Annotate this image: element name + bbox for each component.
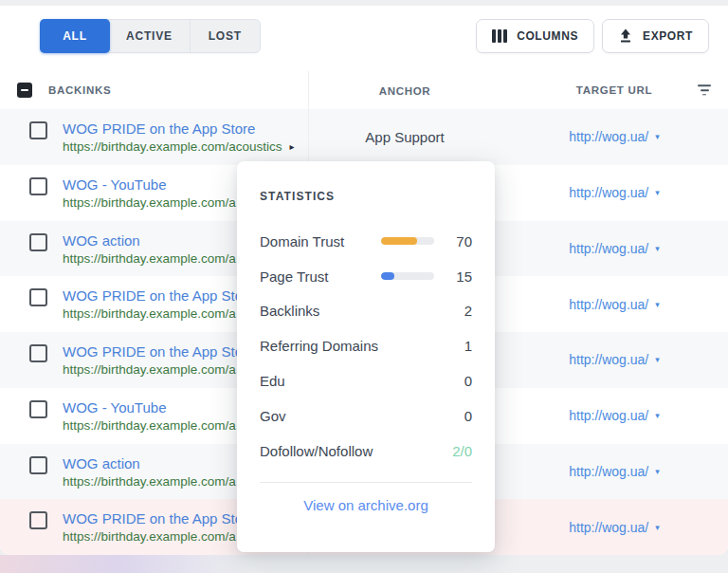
row-checkbox[interactable] [29, 121, 47, 139]
status-filter-tabs: ALLACTIVELOST [40, 19, 261, 53]
statistics-popup-title: STATISTICS [260, 190, 472, 203]
statistic-row: Dofollow/Nofollow 2/0 [260, 434, 472, 469]
backlink-url: https://birthday.example.com/acoustics ▸ [63, 138, 295, 156]
filter-icon[interactable] [698, 84, 711, 95]
row-checkbox[interactable] [29, 511, 47, 529]
backlink-url: https://birthday.example.com/a ▸ [63, 360, 255, 379]
chevron-down-icon: ▾ [655, 188, 660, 197]
statistic-value: 70 [447, 233, 472, 250]
statistic-value: 0 [447, 408, 472, 424]
chevron-down-icon: ▾ [655, 244, 660, 253]
backlink-url: https://birthday.example.com/a ▸ [63, 416, 236, 434]
backlink-text: WOG action https://birthday.example.com/… [63, 454, 236, 490]
backlink-url: https://birthday.example.com/a ▸ [63, 527, 255, 545]
anchor-column-label: ANCHOR [379, 85, 431, 97]
backlink-title-link[interactable]: WOG PRIDE on the App Store [63, 286, 255, 305]
chevron-down-icon: ▾ [655, 132, 660, 141]
target-url-link[interactable]: http://wog.ua/ ▾ [569, 464, 660, 479]
backlink-title-link[interactable]: WOG action [63, 231, 236, 250]
target-url-column-label: TARGET URL [576, 84, 652, 96]
target-url-text: http://wog.ua/ [569, 352, 648, 367]
backlink-text: WOG PRIDE on the App Store https://birth… [63, 286, 255, 323]
view-on-archive-link[interactable]: View on archive.org [260, 483, 472, 530]
statistics-list: Domain Trust 70 Page Trust 15 Backlinks … [260, 224, 472, 469]
select-all-checkbox[interactable] [17, 83, 32, 98]
backlink-url-text: https://birthday.example.com/acoustics [63, 138, 282, 156]
backlink-title-link[interactable]: WOG action [63, 454, 236, 472]
export-button[interactable]: EXPORT [602, 19, 709, 53]
backlink-text: WOG action https://birthday.example.com/… [63, 231, 236, 268]
backlink-url-text: https://birthday.example.com/a [63, 360, 236, 379]
target-url-cell: http://wog.ua/ ▾ [500, 388, 728, 444]
columns-icon [492, 29, 507, 43]
target-url-text: http://wog.ua/ [569, 464, 648, 479]
tab-lost[interactable]: LOST [190, 20, 260, 52]
target-url-link[interactable]: http://wog.ua/ ▾ [569, 129, 660, 144]
anchor-text: App Support [365, 129, 444, 145]
tab-all[interactable]: ALL [40, 19, 110, 53]
backlink-url-text: https://birthday.example.com/a [63, 250, 236, 268]
target-url-text: http://wog.ua/ [569, 241, 648, 256]
row-checkbox[interactable] [29, 233, 47, 251]
statistic-value: 2/0 [447, 443, 472, 459]
backlink-url-text: https://birthday.example.com/a [63, 305, 236, 323]
backlink-title-link[interactable]: WOG PRIDE on the App Store [63, 342, 255, 360]
statistics-popup: STATISTICS Domain Trust 70 Page Trust 15… [237, 161, 495, 552]
statistic-bar-fill [381, 237, 417, 245]
expand-caret-icon[interactable]: ▸ [290, 142, 295, 152]
statistic-label: Page Trust [260, 268, 381, 285]
target-url-link[interactable]: http://wog.ua/ ▾ [569, 185, 660, 200]
chevron-down-icon: ▾ [655, 467, 660, 476]
indeterminate-mark [21, 89, 28, 91]
row-checkbox[interactable] [29, 288, 47, 306]
target-url-cell: http://wog.ua/ ▾ [500, 165, 728, 221]
target-url-cell: http://wog.ua/ ▾ [500, 444, 728, 500]
statistic-row: Edu 0 [260, 363, 472, 398]
backlink-text: WOG PRIDE on the App Store https://birth… [63, 120, 295, 156]
backlink-url: https://birthday.example.com/a ▸ [63, 472, 236, 490]
backlink-title-link[interactable]: WOG PRIDE on the App Store [63, 509, 255, 527]
target-url-cell: http://wog.ua/ ▾ [500, 221, 728, 277]
backlink-title-link[interactable]: WOG - YouTube [63, 176, 236, 194]
table-header: BACKINKS ANCHOR TARGET URL [0, 71, 728, 109]
header-cell-anchor: ANCHOR [309, 82, 500, 99]
statistic-row: Domain Trust 70 [260, 224, 472, 259]
statistic-row: Referring Domains 1 [260, 328, 472, 363]
toolbar-actions: COLUMNS EXPORT [476, 19, 709, 53]
backlink-url: https://birthday.example.com/a ▸ [63, 250, 236, 268]
target-url-link[interactable]: http://wog.ua/ ▾ [569, 241, 660, 256]
target-url-link[interactable]: http://wog.ua/ ▾ [569, 520, 660, 535]
chevron-down-icon: ▾ [655, 355, 660, 364]
statistic-bar [381, 272, 434, 280]
target-url-cell: http://wog.ua/ ▾ [500, 499, 728, 555]
columns-button-label: COLUMNS [517, 29, 578, 43]
target-url-link[interactable]: http://wog.ua/ ▾ [569, 352, 660, 367]
target-url-cell: http://wog.ua/ ▾ [500, 109, 728, 165]
backlink-title-link[interactable]: WOG PRIDE on the App Store [63, 120, 295, 138]
backlink-url: https://birthday.example.com/a ▸ [63, 305, 255, 323]
statistic-row: Gov 0 [260, 398, 472, 434]
background-gradient-decoration [0, 555, 265, 573]
row-checkbox[interactable] [29, 456, 47, 474]
row-checkbox[interactable] [29, 344, 47, 362]
backlink-url-text: https://birthday.example.com/a [63, 527, 236, 545]
tab-active[interactable]: ACTIVE [109, 20, 190, 52]
statistic-label: Backlinks [260, 303, 447, 319]
statistic-value: 2 [447, 303, 472, 319]
backlink-url: https://birthday.example.com/a ▸ [63, 194, 236, 212]
header-cell-backlinks: BACKINKS [0, 71, 309, 109]
chevron-down-icon: ▾ [655, 300, 660, 309]
export-icon [618, 28, 633, 44]
backlink-url-text: https://birthday.example.com/a [63, 194, 236, 212]
target-url-link[interactable]: http://wog.ua/ ▾ [569, 297, 660, 312]
backlink-url-text: https://birthday.example.com/a [63, 472, 236, 490]
backlink-text: WOG PRIDE on the App Store https://birth… [63, 509, 255, 545]
row-checkbox[interactable] [29, 400, 47, 418]
row-checkbox[interactable] [29, 177, 47, 195]
statistic-row: Page Trust 15 [260, 259, 472, 294]
statistic-label: Gov [260, 408, 447, 424]
target-url-link[interactable]: http://wog.ua/ ▾ [569, 408, 660, 423]
columns-button[interactable]: COLUMNS [476, 19, 594, 53]
backlink-title-link[interactable]: WOG - YouTube [63, 398, 236, 416]
export-button-label: EXPORT [643, 29, 693, 43]
